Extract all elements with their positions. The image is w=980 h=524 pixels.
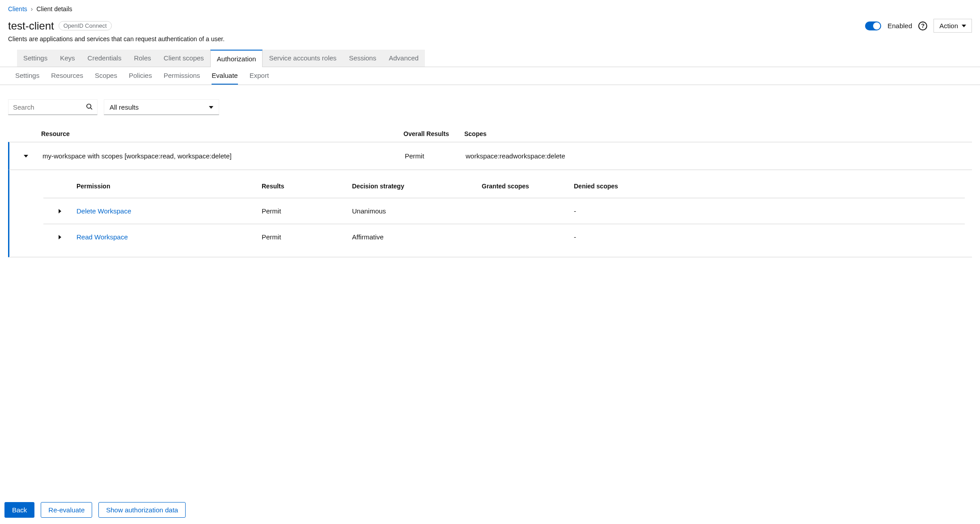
chevron-right-icon [59,209,61,213]
expand-toggle[interactable] [43,235,76,239]
subtab-evaluate[interactable]: Evaluate [212,72,238,85]
cell-results: Permit [262,207,352,215]
tab-credentials[interactable]: Credentials [81,50,128,67]
search-icon[interactable] [86,103,93,111]
detail-row: Read WorkspacePermitAffirmative- [43,224,965,250]
caret-down-icon [962,25,966,27]
subtab-settings[interactable]: Settings [15,72,39,85]
table-header-row: Resource Overall Results Scopes [8,126,972,142]
tab-advanced[interactable]: Advanced [382,50,425,67]
detail-header-granted: Granted scopes [482,183,574,190]
page-title: test-client [8,20,54,32]
enabled-toggle[interactable] [865,21,881,30]
detail-header-strategy: Decision strategy [352,183,482,190]
expand-toggle[interactable] [9,155,42,158]
cell-strategy: Unanimous [352,207,482,215]
cell-results: Permit [262,233,352,241]
subtab-export[interactable]: Export [250,72,269,85]
breadcrumb-link-clients[interactable]: Clients [8,5,27,13]
subtab-scopes[interactable]: Scopes [95,72,117,85]
permission-link[interactable]: Delete Workspace [76,207,131,215]
cell-resource: my-workspace with scopes [workspace:read… [42,152,405,160]
subtab-policies[interactable]: Policies [129,72,152,85]
expand-toggle[interactable] [43,209,76,213]
action-dropdown[interactable]: Action [933,19,972,33]
tabs-primary: SettingsKeysCredentialsRolesClient scope… [17,50,972,67]
tab-service-accounts-roles[interactable]: Service accounts roles [263,50,343,67]
table-row: my-workspace with scopes [workspace:read… [8,142,972,170]
filter-dropdown[interactable]: All results [104,99,219,115]
cell-denied: - [574,233,965,241]
detail-header-denied: Denied scopes [574,183,972,190]
subtab-resources[interactable]: Resources [51,72,83,85]
svg-point-0 [87,104,91,108]
cell-strategy: Affirmative [352,233,482,241]
header-overall: Overall Results [403,130,464,137]
page-description: Clients are applications and services th… [8,35,972,43]
chevron-right-icon [59,235,61,239]
search-input[interactable] [8,99,98,115]
chevron-down-icon [24,155,28,158]
detail-row: Delete WorkspacePermitUnanimous- [43,198,965,224]
header-resource: Resource [41,130,403,137]
protocol-badge: OpenID Connect [59,21,112,30]
tab-authorization[interactable]: Authorization [210,50,263,67]
detail-header-results: Results [262,183,352,190]
breadcrumb-current: Client details [36,5,72,13]
cell-overall: Permit [405,152,466,160]
tab-settings[interactable]: Settings [17,50,54,67]
permission-link[interactable]: Read Workspace [76,233,128,241]
tab-client-scopes[interactable]: Client scopes [157,50,210,67]
action-dropdown-label: Action [939,22,958,30]
caret-down-icon [209,106,213,109]
filter-selected-label: All results [110,103,139,111]
cell-denied: - [574,207,965,215]
breadcrumb: Clients › Client details [8,5,972,13]
subtab-permissions[interactable]: Permissions [164,72,200,85]
detail-header-permission: Permission [76,183,262,190]
svg-line-1 [90,107,92,109]
tab-sessions[interactable]: Sessions [343,50,382,67]
header-scopes: Scopes [464,130,972,137]
tab-roles[interactable]: Roles [127,50,157,67]
chevron-right-icon: › [31,5,33,13]
detail-panel: Permission Results Decision strategy Gra… [8,170,972,257]
tab-keys[interactable]: Keys [54,50,81,67]
help-icon[interactable]: ? [918,21,927,30]
enabled-label: Enabled [887,22,912,30]
tabs-secondary: SettingsResourcesScopesPoliciesPermissio… [0,67,980,85]
cell-scopes: workspace:readworkspace:delete [466,152,972,160]
